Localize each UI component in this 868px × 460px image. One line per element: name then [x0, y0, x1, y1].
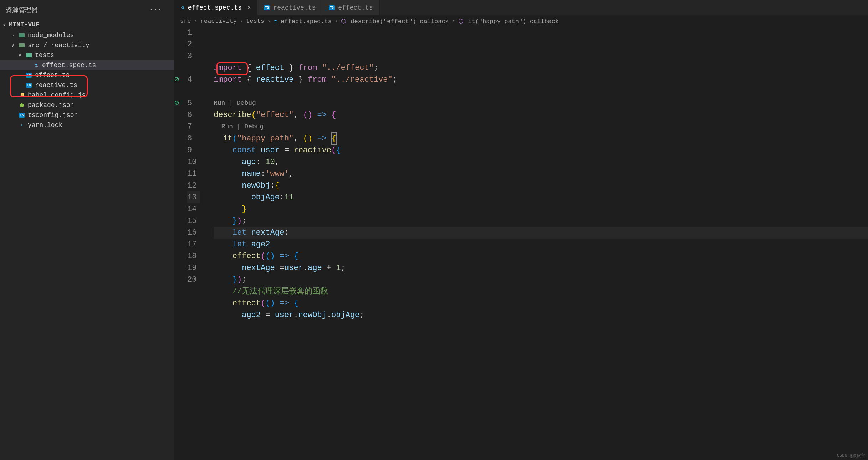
file-item[interactable]: ⬢package.json: [0, 100, 174, 110]
line-number: 13: [187, 191, 200, 203]
test-pass-icon: ⊘: [174, 97, 179, 109]
breadcrumb-segment[interactable]: ⚗ effect.spec.ts: [274, 18, 332, 25]
line-number: 5: [187, 97, 200, 109]
gutter-glyph: [174, 227, 187, 239]
file-item[interactable]: TSreactive.ts: [0, 80, 174, 90]
tree-item-label: tests: [35, 52, 54, 59]
js-icon: 𝘽: [18, 92, 26, 99]
code-line[interactable]: age2 = user.newObj.objAge;: [214, 309, 868, 321]
gutter-glyph: [174, 262, 187, 274]
more-icon[interactable]: ···: [143, 4, 168, 15]
close-icon[interactable]: ×: [247, 5, 251, 11]
code-area[interactable]: import { effect } from "../effect";impor…: [204, 27, 868, 460]
ts-icon: TS: [25, 73, 33, 78]
code-line[interactable]: effect(() => {: [214, 297, 868, 309]
gutter-glyph: [174, 39, 187, 50]
code-line[interactable]: let nextAge;: [214, 227, 868, 239]
code-line[interactable]: import { reactive } from "../reactive";: [214, 74, 868, 86]
explorer-title: 资源管理器: [6, 6, 38, 14]
code-line[interactable]: name:'www',: [214, 168, 868, 180]
tab-label: reactive.ts: [273, 4, 316, 11]
line-numbers: 123 4 567891011121314151617181920: [187, 27, 204, 460]
breadcrumb-segment[interactable]: ⬡ it("happy path") callback: [458, 17, 559, 25]
code-line[interactable]: objAge:11: [214, 191, 868, 203]
editor-tab[interactable]: TSeffect.ts: [322, 0, 379, 15]
json-icon: ⬢: [18, 102, 26, 108]
editor-tab[interactable]: ⚗effect.spec.ts×: [174, 0, 257, 15]
breadcrumb-segment[interactable]: reactivity: [200, 18, 237, 25]
line-number: 18: [187, 250, 200, 262]
breadcrumb-segment[interactable]: ⬡ describe("effect") callback: [341, 17, 449, 25]
code-line[interactable]: });: [214, 215, 868, 227]
tree-item-label: src / reactivity: [28, 42, 90, 49]
tree-item-label: reactive.ts: [35, 82, 77, 89]
editor-main: ⚗effect.spec.ts×TSreactive.tsTSeffect.ts…: [174, 0, 868, 460]
breadcrumb-segment[interactable]: src: [180, 18, 191, 25]
tree-item-label: node_modules: [28, 32, 74, 39]
chevron-icon: ∨: [11, 42, 18, 48]
editor-tab[interactable]: TSreactive.ts: [257, 0, 322, 15]
tree-item-label: yarn.lock: [28, 122, 62, 129]
tab-label: effect.ts: [338, 4, 373, 11]
ts-icon: TS: [329, 5, 335, 10]
code-line[interactable]: }: [214, 203, 868, 215]
code-line[interactable]: });: [214, 274, 868, 286]
line-number: 12: [187, 180, 200, 191]
gutter-glyph: [174, 133, 187, 144]
gutter-glyph: [174, 168, 187, 180]
line-number: 1: [187, 27, 200, 39]
chevron-right-icon: ›: [267, 18, 271, 25]
code-line[interactable]: effect(() => {: [214, 250, 868, 262]
codelens[interactable]: Run | Debug: [214, 97, 868, 109]
file-item[interactable]: TSeffect.ts: [0, 70, 174, 80]
code-line[interactable]: nextAge =user.age + 1;: [214, 262, 868, 274]
code-line[interactable]: newObj:{: [214, 180, 868, 191]
chevron-icon: ›: [11, 33, 18, 38]
gutter-glyph: ⊘: [174, 97, 187, 109]
test-pass-icon: ⊘: [174, 74, 179, 86]
file-icon: ▪: [18, 122, 26, 128]
chevron-icon: ∨: [19, 52, 25, 58]
code-line[interactable]: [214, 86, 868, 97]
file-item[interactable]: ▪yarn.lock: [0, 120, 174, 130]
folder-item[interactable]: ∨src / reactivity: [0, 40, 174, 50]
file-item[interactable]: 𝘽babel.config.js: [0, 90, 174, 100]
gutter-glyph: [174, 121, 187, 133]
tab-label: effect.spec.ts: [188, 4, 242, 11]
code-line[interactable]: describe("effect", () => {: [214, 109, 868, 121]
line-number: 2: [187, 39, 200, 50]
gutter-glyph: ⊘: [174, 74, 187, 86]
ts-icon: TS: [264, 5, 270, 10]
codelens[interactable]: Run | Debug: [214, 121, 868, 133]
folder-item[interactable]: ›node_modules: [0, 30, 174, 40]
line-number: 9: [187, 144, 200, 156]
project-root[interactable]: MINI-VUE: [0, 20, 174, 30]
tree-item-label: effect.spec.ts: [42, 62, 96, 69]
chevron-right-icon: ›: [335, 18, 338, 25]
breadcrumb[interactable]: src›reactivity›tests›⚗ effect.spec.ts›⬡ …: [174, 16, 868, 27]
gutter-glyph: [174, 144, 187, 156]
code-line[interactable]: it("happy path", () => {: [214, 133, 868, 144]
gutter-glyph: [174, 27, 187, 39]
code-line[interactable]: import { effect } from "../effect";: [214, 62, 868, 74]
line-number: 11: [187, 168, 200, 180]
code-line[interactable]: age: 10,: [214, 156, 868, 168]
code-line[interactable]: let age2: [214, 239, 868, 250]
ts-icon: TS: [25, 83, 33, 88]
folder-item[interactable]: ∨tests: [0, 50, 174, 60]
folder-icon: [18, 43, 26, 47]
editor[interactable]: ⊘ ⊘ 123 4 567891011121314151617181920 im…: [174, 27, 868, 460]
breadcrumb-segment[interactable]: tests: [246, 18, 264, 25]
gutter-glyph: [174, 180, 187, 191]
file-item[interactable]: ⚗effect.spec.ts: [0, 60, 174, 70]
line-number: 17: [187, 239, 200, 250]
tree-item-label: babel.config.js: [28, 92, 86, 99]
code-line[interactable]: //无法代理深层嵌套的函数: [214, 286, 868, 297]
code-line[interactable]: const user = reactive({: [214, 144, 868, 156]
watermark: CSDN @顽皮宝: [837, 453, 865, 459]
gutter-glyph: [174, 203, 187, 215]
file-item[interactable]: TStsconfig.json: [0, 110, 174, 120]
sidebar-header: 资源管理器 ···: [0, 0, 174, 20]
explorer-sidebar: 资源管理器 ··· MINI-VUE ›node_modules∨src / r…: [0, 0, 174, 460]
folder-icon: [25, 53, 33, 57]
